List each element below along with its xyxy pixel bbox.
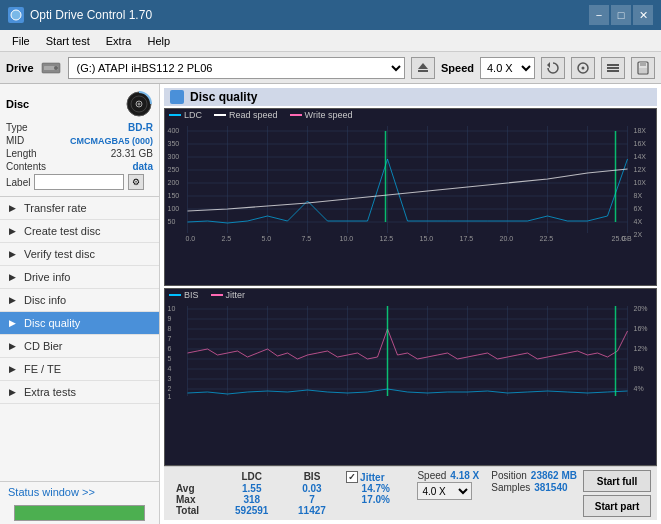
svg-text:400: 400: [168, 127, 180, 134]
samples-value: 381540: [534, 482, 567, 493]
menu-help[interactable]: Help: [139, 33, 178, 49]
svg-text:3: 3: [168, 375, 172, 382]
position-info: Position 23862 MB Samples 381540: [485, 470, 583, 517]
main-content: Disc Type BD-R MID CMCMAGBA5 (000) Lengt…: [0, 84, 661, 524]
svg-marker-6: [547, 62, 550, 68]
svg-text:2.5: 2.5: [222, 235, 232, 241]
svg-rect-13: [640, 62, 646, 66]
nav-disc-quality[interactable]: ▶ Disc quality: [0, 312, 159, 335]
stats-row: LDC BIS ✓ Jitter Avg 1.55 0.03: [164, 466, 657, 520]
refresh-button[interactable]: [541, 57, 565, 79]
type-label: Type: [6, 122, 28, 133]
label-input[interactable]: [34, 174, 124, 190]
drive-label: Drive: [6, 62, 34, 74]
stats-table: LDC BIS ✓ Jitter Avg 1.55 0.03: [170, 470, 411, 517]
menu-bar: File Start test Extra Help: [0, 30, 661, 52]
legend-jitter: Jitter: [211, 290, 246, 300]
jitter-checkbox[interactable]: ✓: [346, 471, 358, 483]
svg-text:300: 300: [168, 153, 180, 160]
mid-value: CMCMAGBA5 (000): [70, 136, 153, 146]
speed-select[interactable]: 4.0 X: [480, 57, 535, 79]
svg-text:10: 10: [168, 305, 176, 312]
nav-drive-info[interactable]: ▶ Drive info: [0, 266, 159, 289]
drive-select[interactable]: (G:) ATAPI iHBS112 2 PL06: [68, 57, 405, 79]
total-bis: 11427: [284, 505, 340, 516]
svg-text:250: 250: [168, 166, 180, 173]
maximize-button[interactable]: □: [611, 5, 631, 25]
chart-title: Disc quality: [190, 90, 257, 104]
svg-text:16%: 16%: [634, 325, 648, 332]
col-jitter: Jitter: [360, 472, 384, 483]
nav-items: ▶ Transfer rate ▶ Create test disc ▶ Ver…: [0, 197, 159, 481]
svg-text:10.0: 10.0: [340, 235, 354, 241]
disc-graphic: [125, 90, 153, 118]
label-button[interactable]: ⚙: [128, 174, 144, 190]
label-label: Label: [6, 177, 30, 188]
status-window-link[interactable]: Status window >>: [0, 481, 159, 502]
app-icon: [8, 7, 24, 23]
svg-point-3: [54, 66, 58, 70]
bis-svg: 10 9 8 7 6 5 4 3 2 1 20% 16% 12% 8% 4%: [165, 301, 656, 401]
menu-file[interactable]: File: [4, 33, 38, 49]
nav-disc-info[interactable]: ▶ Disc info: [0, 289, 159, 312]
svg-text:GB: GB: [622, 235, 632, 241]
menu-start-test[interactable]: Start test: [38, 33, 98, 49]
svg-text:150: 150: [168, 192, 180, 199]
speed-value: 4.18 X: [450, 470, 479, 481]
svg-text:10X: 10X: [634, 179, 647, 186]
svg-text:7: 7: [168, 335, 172, 342]
svg-text:12%: 12%: [634, 345, 648, 352]
svg-text:200: 200: [168, 179, 180, 186]
eject-button[interactable]: [411, 57, 435, 79]
nav-extra-tests[interactable]: ▶ Extra tests: [0, 381, 159, 404]
window-controls: − □ ✕: [589, 5, 653, 25]
legend-bis: BIS: [169, 290, 199, 300]
save-button[interactable]: [631, 57, 655, 79]
max-ldc: 318: [220, 494, 284, 505]
disc-button[interactable]: [571, 57, 595, 79]
svg-text:17.5: 17.5: [460, 235, 474, 241]
charts-container: LDC Read speed Write speed 400: [164, 108, 657, 466]
legend-read-speed-text: Read speed: [229, 110, 278, 120]
close-button[interactable]: ✕: [633, 5, 653, 25]
status-window-anchor[interactable]: Status window >>: [8, 486, 95, 498]
nav-cd-bier[interactable]: ▶ CD Bier: [0, 335, 159, 358]
ldc-svg: 400 350 300 250 200 150 100 50 18X 16X 1…: [165, 121, 656, 241]
minimize-button[interactable]: −: [589, 5, 609, 25]
menu-extra[interactable]: Extra: [98, 33, 140, 49]
drive-bar: Drive (G:) ATAPI iHBS112 2 PL06 Speed 4.…: [0, 52, 661, 84]
nav-verify-test-disc-label: Verify test disc: [24, 248, 95, 260]
legend-write-speed: Write speed: [290, 110, 353, 120]
start-buttons: Start full Start part: [583, 470, 651, 517]
nav-drive-info-label: Drive info: [24, 271, 70, 283]
svg-text:4%: 4%: [634, 385, 644, 392]
nav-disc-quality-label: Disc quality: [24, 317, 80, 329]
svg-text:22.5: 22.5: [540, 235, 554, 241]
svg-text:8%: 8%: [634, 365, 644, 372]
progress-fill: [15, 506, 144, 520]
svg-rect-19: [166, 121, 656, 241]
col-bis: BIS: [284, 470, 340, 483]
svg-point-8: [582, 66, 585, 69]
svg-text:4: 4: [168, 365, 172, 372]
progress-container: [0, 502, 159, 524]
settings-button[interactable]: [601, 57, 625, 79]
position-value: 23862 MB: [531, 470, 577, 481]
svg-text:5: 5: [168, 355, 172, 362]
app-title: Opti Drive Control 1.70: [30, 8, 152, 22]
start-part-button[interactable]: Start part: [583, 495, 651, 517]
contents-label: Contents: [6, 161, 46, 172]
nav-transfer-rate[interactable]: ▶ Transfer rate: [0, 197, 159, 220]
nav-create-test-disc[interactable]: ▶ Create test disc: [0, 220, 159, 243]
nav-extra-tests-label: Extra tests: [24, 386, 76, 398]
ldc-chart: LDC Read speed Write speed 400: [164, 108, 657, 286]
svg-text:15.0: 15.0: [420, 235, 434, 241]
svg-text:1: 1: [168, 393, 172, 400]
nav-fe-te[interactable]: ▶ FE / TE: [0, 358, 159, 381]
nav-verify-test-disc[interactable]: ▶ Verify test disc: [0, 243, 159, 266]
speed-select-stats[interactable]: 4.0 X: [417, 482, 472, 500]
svg-text:6: 6: [168, 345, 172, 352]
svg-text:5.0: 5.0: [262, 235, 272, 241]
bis-legend: BIS Jitter: [165, 289, 656, 301]
start-full-button[interactable]: Start full: [583, 470, 651, 492]
